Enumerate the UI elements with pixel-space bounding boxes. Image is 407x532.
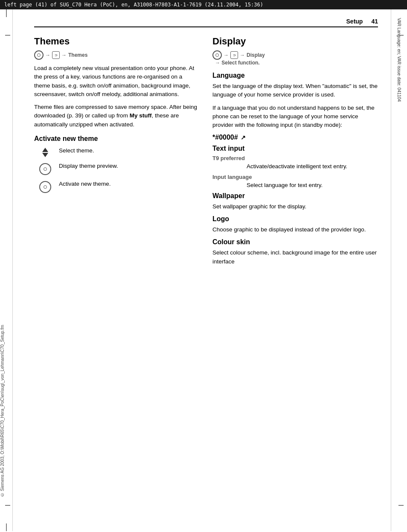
t9-preferred-label: T9 preferred bbox=[212, 155, 378, 161]
activate-row-1-text: Select theme. bbox=[59, 147, 94, 155]
colour-skin-title: Colour skin bbox=[212, 238, 378, 246]
display-arrow1: → bbox=[224, 52, 229, 58]
language-body1: Set the language of the display text. Wh… bbox=[212, 82, 378, 99]
corner-mark-top bbox=[6, 9, 6, 17]
right-sidebar: VAR Language: en; VAR issue date: 041104 bbox=[391, 9, 407, 531]
display-title: Display bbox=[212, 36, 378, 47]
activate-theme-table: Select theme. Display theme preview. bbox=[38, 147, 200, 193]
left-margin: © Siemens AG 2003, O:\Mobil\R65\C70_Hera… bbox=[0, 9, 13, 531]
display-column: Display → ⊃ → Display → Select function. bbox=[212, 36, 378, 270]
page-number: 41 bbox=[371, 18, 378, 25]
right-margin-mark-top bbox=[398, 35, 404, 35]
my-stuff-link: My stuff bbox=[130, 112, 152, 119]
arrow2: → bbox=[61, 52, 67, 58]
circle-btn-icon-2 bbox=[38, 163, 52, 175]
logo-title: Logo bbox=[212, 215, 378, 223]
phone-icon: ↗ bbox=[241, 134, 246, 141]
activate-row-3: Activate new theme. bbox=[38, 180, 200, 193]
menu-icon: ⊃ bbox=[52, 51, 60, 59]
themes-body2: Theme files are compressed to save memor… bbox=[34, 103, 200, 129]
top-bar: left page (41) of SUG_C70 Hera (PoC), en… bbox=[0, 0, 407, 9]
circle-inner-2 bbox=[44, 167, 47, 171]
display-menu-icon: ⊃ bbox=[230, 51, 238, 59]
display-nav: → ⊃ → Display → Select function. bbox=[212, 50, 378, 66]
arrow1: → bbox=[45, 52, 50, 58]
display-arrow2: → bbox=[240, 52, 245, 58]
colour-skin-body: Select colour scheme, incl. background i… bbox=[212, 248, 378, 266]
display-circle-icon bbox=[212, 50, 222, 60]
language-title: Language bbox=[212, 72, 378, 79]
input-language-label: Input language bbox=[212, 174, 378, 180]
activate-row-2-text: Display theme preview. bbox=[59, 162, 118, 170]
var-language-text: VAR Language: en; VAR issue date: 041104 bbox=[397, 18, 401, 102]
display-nav-row1: → ⊃ → Display bbox=[212, 50, 378, 60]
text-input-title: Text input bbox=[212, 145, 378, 152]
nav-updown-icon bbox=[42, 148, 48, 157]
circle-button-2 bbox=[39, 163, 51, 175]
themes-nav-instruction: → ⊃ → Themes bbox=[34, 50, 200, 60]
language-code-block: *#0000# ↗ bbox=[212, 134, 378, 141]
logo-body: Choose graphic to be displayed instead o… bbox=[212, 225, 378, 234]
display-nav-label: Display bbox=[247, 52, 265, 58]
themes-column: Themes → ⊃ → Themes Load a completely ne… bbox=[34, 36, 200, 270]
header-title: Setup bbox=[346, 18, 363, 25]
page-header: Setup 41 bbox=[34, 18, 378, 27]
corner-mark-bottom bbox=[6, 523, 6, 531]
copyright-text: © Siemens AG 2003, O:\Mobil\R65\C70_Hera… bbox=[0, 325, 5, 497]
code-text: *#0000# bbox=[212, 134, 238, 141]
themes-body1: Load a completely new visual presentatio… bbox=[34, 64, 200, 99]
activate-row-1: Select theme. bbox=[38, 147, 200, 157]
top-bar-text: left page (41) of SUG_C70 Hera (PoC), en… bbox=[4, 2, 263, 8]
circle-inner bbox=[37, 53, 41, 57]
language-body2: If a language that you do not understand… bbox=[212, 104, 378, 130]
activate-row-3-text: Activate new theme. bbox=[59, 180, 111, 188]
circle-inner-3 bbox=[44, 185, 47, 189]
triangle-up-icon bbox=[42, 148, 48, 152]
circle-button-3 bbox=[39, 181, 51, 193]
updown-icon bbox=[38, 148, 52, 157]
activate-theme-title: Activate new theme bbox=[34, 135, 200, 143]
main-content: Setup 41 Themes → ⊃ → Themes Load a comp… bbox=[13, 9, 391, 531]
circle-btn-icon-3 bbox=[38, 181, 52, 193]
margin-mark-bottom bbox=[5, 505, 10, 506]
t9-preferred-desc: Activate/deactivate intelligent text ent… bbox=[247, 162, 378, 171]
activate-row-2: Display theme preview. bbox=[38, 162, 200, 175]
input-language-desc: Select language for text entry. bbox=[247, 181, 378, 190]
wallpaper-title: Wallpaper bbox=[212, 192, 378, 200]
wallpaper-body: Set wallpaper graphic for the display. bbox=[212, 202, 378, 211]
circle-button-icon bbox=[34, 50, 44, 60]
themes-nav-label: Themes bbox=[68, 52, 87, 58]
triangle-down-icon bbox=[42, 153, 48, 157]
themes-title: Themes bbox=[34, 36, 200, 47]
display-circle-inner bbox=[215, 53, 219, 57]
right-margin-mark-bottom bbox=[398, 505, 404, 506]
margin-mark-top bbox=[5, 35, 10, 35]
two-col-layout: Themes → ⊃ → Themes Load a completely ne… bbox=[34, 36, 378, 270]
select-function-text: → Select function. bbox=[215, 60, 378, 66]
